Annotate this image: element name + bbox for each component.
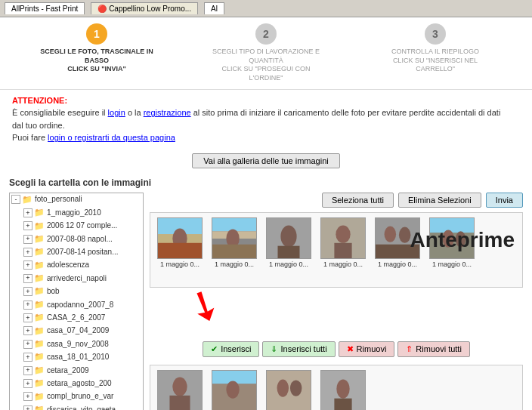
arrow-area: ➘ <box>150 292 523 334</box>
svg-rect-7 <box>212 244 256 257</box>
bottom-thumb-img-3 <box>320 370 366 410</box>
expand-3[interactable]: + <box>23 248 32 257</box>
expand-1[interactable]: + <box>23 221 32 230</box>
folder-icon-9: 📁 <box>34 325 45 337</box>
thumb-item-3[interactable]: 1 maggio 0... <box>318 217 368 282</box>
elimina-selezioni-button[interactable]: Elimina Selezioni <box>398 193 481 208</box>
expand-12[interactable]: + <box>23 366 32 375</box>
folder-icon-8: 📁 <box>34 312 45 323</box>
tree-root-label: foto_personali <box>35 194 82 205</box>
tree-item-14[interactable]: + 📁 compl_bruno_e_var <box>10 390 143 403</box>
thumb-svg-2 <box>267 217 311 259</box>
seleziona-tutti-button[interactable]: Seleziona tutti <box>322 193 394 208</box>
bottom-thumb-1[interactable]: 1 maggio 0... <box>209 370 259 410</box>
login-link[interactable]: login <box>108 108 125 117</box>
step-1: 1 SCEGLI LE FOTO, TRASCINALE IN BASSOCLI… <box>12 23 181 74</box>
tree-item-11[interactable]: + 📁 casa_18_01_2010 <box>10 350 143 363</box>
folder-icon-1: 📁 <box>34 220 45 232</box>
thumb-label-5: 1 maggio 0... <box>427 260 477 268</box>
svg-rect-24 <box>169 396 190 410</box>
tree-item-4[interactable]: + 📁 adolescenza <box>10 259 143 272</box>
step-3-circle: 3 <box>425 23 446 45</box>
tree-item-9[interactable]: + 📁 casa_07_04_2009 <box>10 325 143 338</box>
browser-tab-1[interactable]: AllPrints - Fast Print <box>5 2 85 14</box>
rimuovi-tutti-icon: ⇑ <box>406 344 413 354</box>
folder-icon-14: 📁 <box>34 391 45 402</box>
rimuovi-button[interactable]: ✖ Rimuovi <box>339 341 395 357</box>
thumb-label-3: 1 maggio 0... <box>318 260 368 268</box>
folder-icon-6: 📁 <box>34 285 45 297</box>
expand-7[interactable]: + <box>23 301 32 310</box>
tree-item-8[interactable]: + 📁 CASA_2_6_2007 <box>10 311 143 324</box>
tree-item-7[interactable]: + 📁 capodanno_2007_8 <box>10 298 143 311</box>
attention-line1-post: al sito prima di iniziare il caricamento… <box>193 108 501 117</box>
file-tree-wrapper: - 📁 foto_personali + 📁 1_maggio_2010 + 📁… <box>9 193 144 410</box>
tree-item-10[interactable]: + 📁 casa_9_nov_2008 <box>10 338 143 350</box>
tree-item-0[interactable]: + 📁 1_maggio_2010 <box>10 206 143 219</box>
file-tree[interactable]: - 📁 foto_personali + 📁 1_maggio_2010 + 📁… <box>9 193 144 410</box>
thumb-label-1: 1 maggio 0... <box>209 260 259 268</box>
bottom-thumb-3[interactable]: 1 maggio 0... <box>318 370 368 410</box>
expand-9[interactable]: + <box>23 326 32 335</box>
bottom-thumb-svg-2 <box>267 370 311 410</box>
section-title: Scegli la cartella con le immagini <box>9 177 523 188</box>
svg-point-23 <box>172 377 187 396</box>
inserisci-button[interactable]: ✔ Inserisci <box>203 341 259 357</box>
thumb-img-1 <box>212 217 257 259</box>
bottom-thumb-0[interactable]: 1 maggio 0... <box>155 370 205 410</box>
folder-icon-3: 📁 <box>34 246 45 257</box>
body-area: Scegli la cartella con le immagini - 📁 f… <box>0 173 532 410</box>
registrazione-link[interactable]: registrazione <box>144 108 191 117</box>
bottom-thumb-2[interactable]: 1 maggio 0... <box>264 370 314 410</box>
thumb-item-2[interactable]: 1 maggio 0... <box>264 217 314 282</box>
expand-13[interactable]: + <box>23 379 32 388</box>
rimuovi-icon: ✖ <box>347 344 354 354</box>
tree-item-15[interactable]: + 📁 discarica_vito_gaeta... <box>10 403 143 410</box>
expand-10[interactable]: + <box>23 340 32 349</box>
tree-item-5[interactable]: + 📁 arrivederci_napoli <box>10 272 143 285</box>
svg-rect-3 <box>158 243 202 258</box>
thumb-item-0[interactable]: 1 maggio 0... <box>155 217 205 282</box>
expand-5[interactable]: + <box>23 274 32 283</box>
bottom-thumbs: 1 maggio 0... 1 maggio 0... <box>150 365 523 410</box>
expand-8[interactable]: + <box>23 313 32 322</box>
gallery-button[interactable]: Vai alla galleria delle tue immagini <box>192 153 340 168</box>
folder-icon-13: 📁 <box>34 378 45 389</box>
attention-title: ATTENZIONE: <box>12 96 67 105</box>
tree-root[interactable]: - 📁 foto_personali <box>10 193 143 206</box>
expand-11[interactable]: + <box>23 353 32 362</box>
folder-icon-10: 📁 <box>34 338 45 350</box>
invia-button[interactable]: Invia <box>486 193 523 208</box>
inserisci-tutti-button[interactable]: ⇓ Inserisci tutti <box>262 341 335 357</box>
tree-item-6[interactable]: + 📁 bob <box>10 285 143 297</box>
bottom-thumb-svg-3 <box>321 370 365 410</box>
expand-2[interactable]: + <box>23 235 32 244</box>
rimuovi-tutti-button[interactable]: ⇑ Rimuovi tutti <box>397 341 470 357</box>
expand-14[interactable]: + <box>23 392 32 401</box>
tree-thumbs-layout: - 📁 foto_personali + 📁 1_maggio_2010 + 📁… <box>9 193 523 410</box>
browser-tab-2[interactable]: 🔴 Cappellino Low Promo... <box>91 2 198 14</box>
bottom-thumb-svg-1 <box>212 370 256 410</box>
bottom-thumb-img-0 <box>157 370 203 410</box>
expand-0[interactable]: + <box>23 208 32 217</box>
expand-15[interactable]: + <box>23 405 32 410</box>
expand-4[interactable]: + <box>23 260 32 270</box>
svg-point-9 <box>280 225 296 247</box>
tree-item-1[interactable]: + 📁 2006 12 07 comple... <box>10 220 143 233</box>
thumb-svg-3 <box>321 217 365 259</box>
folder-icon-15: 📁 <box>34 404 45 410</box>
expand-root[interactable]: - <box>11 195 20 204</box>
browser-tab-3[interactable]: Al <box>204 2 224 14</box>
tree-item-12[interactable]: + 📁 cetara_2009 <box>10 364 143 377</box>
expand-6[interactable]: + <box>23 287 32 296</box>
login-register-link[interactable]: login o registrarti da questa pagina <box>48 133 175 142</box>
thumb-label-4: 1 maggio 0... <box>373 260 422 268</box>
thumb-svg-0 <box>158 217 202 259</box>
attention-line3-pre: Puoi fare <box>12 133 48 142</box>
tree-item-13[interactable]: + 📁 cetara_agosto_200 <box>10 377 143 390</box>
attention-line1-pre: È consigliabile eseguire il <box>12 108 108 117</box>
tree-item-3[interactable]: + 📁 2007-08-14 positan... <box>10 245 143 258</box>
thumb-item-1[interactable]: 1 maggio 0... <box>209 217 259 282</box>
attention-block: ATTENZIONE: È consigliabile eseguire il … <box>0 90 532 149</box>
tree-item-2[interactable]: + 📁 2007-08-08 napol... <box>10 233 143 245</box>
